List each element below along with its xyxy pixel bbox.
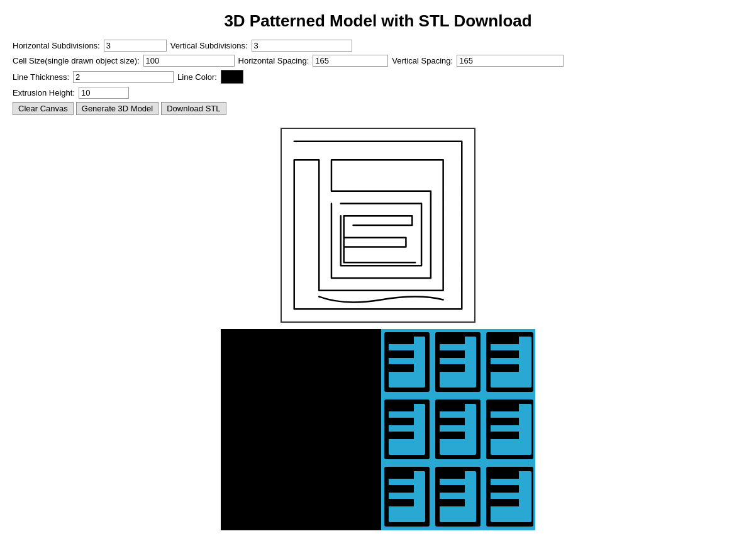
svg-rect-32 [389,471,414,479]
preview-black-left [221,329,381,530]
cell-size-input[interactable] [143,55,235,67]
svg-rect-33 [389,485,414,493]
svg-rect-34 [389,499,414,506]
control-row-2: Cell Size(single drawn object size): Hor… [13,55,743,67]
control-row-3: Line Thickness: Line Color: [13,70,743,84]
svg-rect-27 [491,404,519,411]
preview-area [0,323,756,530]
svg-rect-6 [440,337,476,388]
extrusion-height-input[interactable] [79,87,129,99]
line-color-label: Line Color: [177,72,217,82]
button-row: Clear Canvas Generate 3D Model Download … [13,102,743,115]
page-title: 3D Patterned Model with STL Download [0,0,756,40]
generate-3d-button[interactable]: Generate 3D Model [76,102,158,115]
svg-rect-24 [440,432,465,439]
control-row-4: Extrusion Height: [13,87,743,99]
svg-rect-19 [389,432,414,439]
svg-rect-11 [491,337,531,388]
svg-rect-41 [491,471,531,522]
svg-rect-36 [440,471,476,522]
horizontal-subdivisions-label: Horizontal Subdivisions: [13,41,100,50]
vertical-spacing-label: Vertical Spacing: [392,56,453,65]
vertical-subdivisions-input[interactable] [252,40,352,52]
svg-rect-23 [440,418,465,425]
drawing-canvas[interactable] [281,128,475,323]
control-row-1: Horizontal Subdivisions: Vertical Subdiv… [13,40,743,52]
download-stl-button[interactable]: Download STL [161,102,226,115]
svg-rect-8 [440,350,465,358]
svg-rect-18 [389,418,414,425]
line-thickness-input[interactable] [73,71,174,83]
svg-rect-3 [389,350,414,358]
svg-rect-1 [389,337,425,388]
svg-rect-21 [440,404,476,455]
svg-rect-43 [491,485,519,493]
preview-3d [221,329,535,530]
svg-rect-2 [389,337,414,344]
line-color-swatch[interactable] [221,70,243,84]
svg-rect-9 [440,364,465,372]
svg-rect-38 [440,485,465,493]
svg-rect-12 [491,337,519,344]
svg-rect-42 [491,471,519,479]
line-thickness-label: Line Thickness: [13,72,69,82]
canvas-area [0,121,756,323]
clear-canvas-button[interactable]: Clear Canvas [13,102,74,115]
horizontal-subdivisions-input[interactable] [104,40,167,52]
svg-rect-39 [440,499,465,506]
controls-panel: Horizontal Subdivisions: Vertical Subdiv… [0,40,756,121]
cell-size-label: Cell Size(single drawn object size): [13,56,140,65]
vertical-subdivisions-label: Vertical Subdivisions: [170,41,248,50]
svg-rect-26 [491,404,531,455]
svg-rect-4 [389,364,414,372]
svg-rect-31 [389,471,425,522]
svg-rect-7 [440,337,465,344]
extrusion-height-label: Extrusion Height: [13,88,75,98]
svg-rect-13 [491,350,519,358]
svg-rect-14 [491,364,519,372]
preview-svg [381,329,535,530]
svg-rect-28 [491,418,519,425]
svg-rect-44 [491,499,519,506]
horizontal-spacing-input[interactable] [313,55,388,67]
svg-rect-16 [389,404,425,455]
horizontal-spacing-label: Horizontal Spacing: [238,56,309,65]
preview-blue-right [381,329,535,530]
svg-rect-17 [389,404,414,411]
canvas-svg [282,129,474,321]
svg-rect-29 [491,432,519,439]
vertical-spacing-input[interactable] [457,55,564,67]
svg-rect-22 [440,404,465,411]
svg-rect-37 [440,471,465,479]
